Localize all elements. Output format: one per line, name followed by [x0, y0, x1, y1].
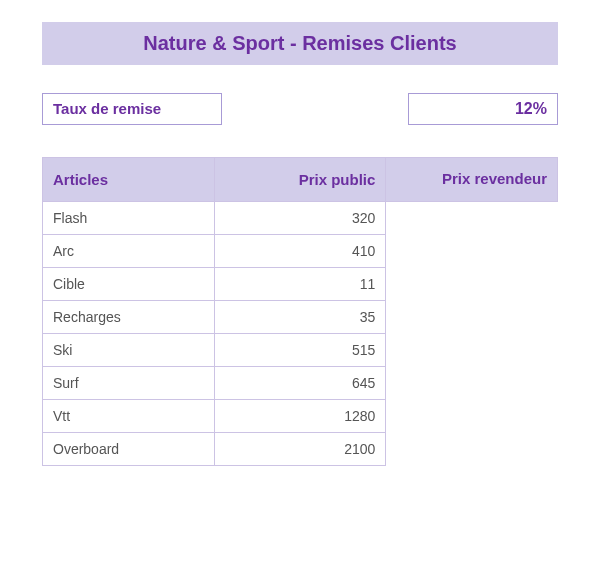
- table-row: Vtt1280: [43, 399, 558, 432]
- cell-public-price: 320: [214, 201, 386, 234]
- cell-public-price: 2100: [214, 432, 386, 465]
- table-row: Arc410: [43, 234, 558, 267]
- cell-reseller-price: [386, 267, 558, 300]
- cell-reseller-price: [386, 366, 558, 399]
- cell-reseller-price: [386, 234, 558, 267]
- cell-article: Arc: [43, 234, 215, 267]
- cell-article: Overboard: [43, 432, 215, 465]
- page-title-bar: Nature & Sport - Remises Clients: [42, 22, 558, 65]
- cell-article: Recharges: [43, 300, 215, 333]
- table-row: Flash320: [43, 201, 558, 234]
- header-article: Articles: [43, 158, 215, 202]
- cell-reseller-price: [386, 432, 558, 465]
- cell-reseller-price: [386, 399, 558, 432]
- cell-public-price: 410: [214, 234, 386, 267]
- cell-article: Vtt: [43, 399, 215, 432]
- cell-public-price: 645: [214, 366, 386, 399]
- cell-article: Ski: [43, 333, 215, 366]
- cell-public-price: 35: [214, 300, 386, 333]
- page-title: Nature & Sport - Remises Clients: [143, 32, 456, 54]
- discount-rate-value: 12%: [408, 93, 558, 125]
- table-row: Recharges35: [43, 300, 558, 333]
- cell-public-price: 1280: [214, 399, 386, 432]
- discount-rate-row: Taux de remise 12%: [42, 93, 558, 125]
- table-row: Surf645: [43, 366, 558, 399]
- cell-public-price: 515: [214, 333, 386, 366]
- cell-article: Surf: [43, 366, 215, 399]
- cell-article: Flash: [43, 201, 215, 234]
- cell-public-price: 11: [214, 267, 386, 300]
- cell-reseller-price: [386, 300, 558, 333]
- discount-rate-label: Taux de remise: [42, 93, 222, 125]
- header-reseller: Prix revendeur: [386, 158, 558, 202]
- header-public: Prix public: [214, 158, 386, 202]
- cell-reseller-price: [386, 333, 558, 366]
- price-table: Articles Prix public Prix revendeur Flas…: [42, 157, 558, 466]
- cell-reseller-price: [386, 201, 558, 234]
- table-row: Ski515: [43, 333, 558, 366]
- cell-article: Cible: [43, 267, 215, 300]
- table-row: Cible11: [43, 267, 558, 300]
- table-row: Overboard2100: [43, 432, 558, 465]
